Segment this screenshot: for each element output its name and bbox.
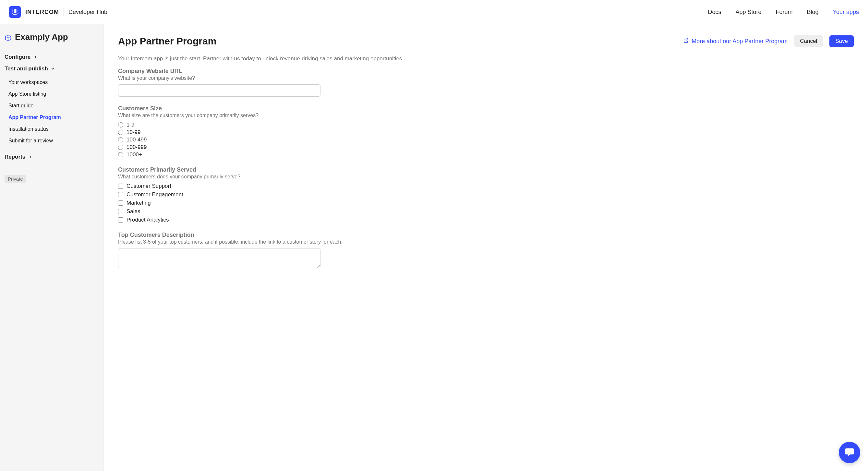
website-input[interactable] bbox=[118, 84, 320, 97]
header: INTERCOM Developer Hub Docs App Store Fo… bbox=[0, 0, 868, 24]
intercom-logo-icon[interactable] bbox=[9, 6, 21, 18]
checkbox-input[interactable] bbox=[118, 192, 123, 197]
radio-input[interactable] bbox=[118, 145, 123, 150]
chevron-right-icon bbox=[28, 155, 32, 159]
checkbox-label: Marketing bbox=[126, 200, 151, 206]
customers-size-label: Customers Size bbox=[118, 105, 854, 112]
intro-text: Your Intercom app is just the start. Par… bbox=[118, 56, 854, 62]
cube-icon bbox=[4, 34, 12, 41]
customers-served-label: Customers Primarily Served bbox=[118, 166, 854, 173]
checkbox-input[interactable] bbox=[118, 217, 123, 222]
checkbox-option-2[interactable]: Marketing bbox=[118, 200, 854, 206]
save-button[interactable]: Save bbox=[829, 35, 854, 47]
sidebar-item-submit[interactable]: Submit for a review bbox=[8, 135, 99, 147]
checkbox-option-0[interactable]: Customer Support bbox=[118, 183, 854, 189]
nav-your-apps[interactable]: Your apps bbox=[833, 9, 859, 15]
more-link-label: More about our App Partner Program bbox=[691, 38, 787, 45]
radio-input[interactable] bbox=[118, 137, 123, 143]
top-customers-label: Top Customers Description bbox=[118, 231, 854, 239]
sidebar-item-workspaces[interactable]: Your workspaces bbox=[8, 76, 99, 88]
chat-icon bbox=[844, 447, 855, 458]
hub-label: Developer Hub bbox=[68, 9, 107, 15]
brand-name: INTERCOM bbox=[25, 9, 59, 15]
radio-option-3[interactable]: 500-999 bbox=[118, 144, 854, 151]
top-customers-input[interactable] bbox=[118, 248, 320, 268]
website-label: Company Website URL bbox=[118, 68, 854, 74]
radio-option-4[interactable]: 1000+ bbox=[118, 152, 854, 158]
layout: Examply App Configure Test and publish Y… bbox=[0, 24, 868, 471]
field-website: Company Website URL What is your company… bbox=[118, 68, 854, 97]
radio-option-2[interactable]: 100-499 bbox=[118, 136, 854, 143]
test-publish-label: Test and publish bbox=[4, 65, 48, 72]
checkbox-input[interactable] bbox=[118, 184, 123, 189]
chat-launcher-button[interactable] bbox=[839, 442, 860, 463]
radio-input[interactable] bbox=[118, 130, 123, 135]
radio-label: 100-499 bbox=[126, 136, 147, 143]
nav-docs[interactable]: Docs bbox=[708, 9, 721, 15]
sidebar-item-listing[interactable]: App Store listing bbox=[8, 88, 99, 100]
divider bbox=[64, 8, 64, 16]
page-header: App Partner Program More about our App P… bbox=[118, 35, 854, 47]
configure-label: Configure bbox=[4, 54, 30, 60]
sidebar-item-partner-program[interactable]: App Partner Program bbox=[8, 112, 99, 123]
radio-label: 10-99 bbox=[126, 129, 141, 135]
sidebar-section-test-publish[interactable]: Test and publish bbox=[4, 63, 99, 74]
checkbox-label: Product Analytics bbox=[126, 217, 169, 223]
customers-size-sublabel: What size are the customers your company… bbox=[118, 113, 854, 118]
sidebar-item-start-guide[interactable]: Start guide bbox=[8, 100, 99, 112]
top-customers-sublabel: Please list 3-5 of your top customers, a… bbox=[118, 239, 854, 245]
checkbox-label: Customer Support bbox=[126, 183, 171, 189]
checkbox-option-1[interactable]: Customer Engagement bbox=[118, 191, 854, 198]
checkbox-label: Customer Engagement bbox=[126, 191, 183, 198]
main-content: App Partner Program More about our App P… bbox=[104, 24, 868, 471]
checkbox-option-4[interactable]: Product Analytics bbox=[118, 217, 854, 223]
radio-label: 1-9 bbox=[126, 122, 134, 128]
reports-label: Reports bbox=[4, 154, 25, 160]
field-customers-served: Customers Primarily Served What customer… bbox=[118, 166, 854, 223]
nav-app-store[interactable]: App Store bbox=[735, 9, 761, 15]
radio-option-0[interactable]: 1-9 bbox=[118, 122, 854, 128]
sidebar-section-reports[interactable]: Reports bbox=[4, 151, 99, 163]
sidebar-item-installation[interactable]: Installation status bbox=[8, 123, 99, 135]
sidebar-divider bbox=[4, 169, 88, 169]
external-link-icon bbox=[683, 38, 689, 45]
header-left: INTERCOM Developer Hub bbox=[9, 6, 107, 18]
page-actions: More about our App Partner Program Cance… bbox=[683, 35, 854, 47]
svg-rect-1 bbox=[14, 9, 14, 13]
radio-label: 1000+ bbox=[126, 152, 142, 158]
radio-input[interactable] bbox=[118, 122, 123, 127]
nav-blog[interactable]: Blog bbox=[807, 9, 819, 15]
svg-rect-0 bbox=[13, 9, 13, 13]
page-title: App Partner Program bbox=[118, 36, 216, 47]
sidebar: Examply App Configure Test and publish Y… bbox=[0, 24, 104, 471]
more-about-link[interactable]: More about our App Partner Program bbox=[683, 38, 787, 45]
checkbox-input[interactable] bbox=[118, 200, 123, 206]
private-badge: Private bbox=[4, 175, 26, 183]
app-name: Examply App bbox=[15, 32, 68, 42]
field-top-customers: Top Customers Description Please list 3-… bbox=[118, 231, 854, 270]
svg-rect-3 bbox=[17, 9, 17, 13]
radio-option-1[interactable]: 10-99 bbox=[118, 129, 854, 135]
checkbox-option-3[interactable]: Sales bbox=[118, 208, 854, 215]
checkbox-label: Sales bbox=[126, 208, 141, 215]
customers-served-sublabel: What customers does your company primari… bbox=[118, 174, 854, 180]
header-nav: Docs App Store Forum Blog Your apps bbox=[708, 9, 859, 15]
nav-forum[interactable]: Forum bbox=[776, 9, 793, 15]
chevron-down-icon bbox=[51, 66, 55, 71]
radio-label: 500-999 bbox=[126, 144, 147, 151]
checkbox-input[interactable] bbox=[118, 209, 123, 214]
svg-rect-2 bbox=[15, 9, 16, 13]
sidebar-items: Your workspaces App Store listing Start … bbox=[8, 76, 99, 147]
website-sublabel: What is your company's website? bbox=[118, 75, 854, 81]
field-customers-size: Customers Size What size are the custome… bbox=[118, 105, 854, 158]
cancel-button[interactable]: Cancel bbox=[794, 35, 823, 47]
chevron-right-icon bbox=[33, 55, 38, 59]
radio-input[interactable] bbox=[118, 152, 123, 157]
app-title: Examply App bbox=[4, 32, 99, 42]
sidebar-section-configure[interactable]: Configure bbox=[4, 51, 99, 63]
